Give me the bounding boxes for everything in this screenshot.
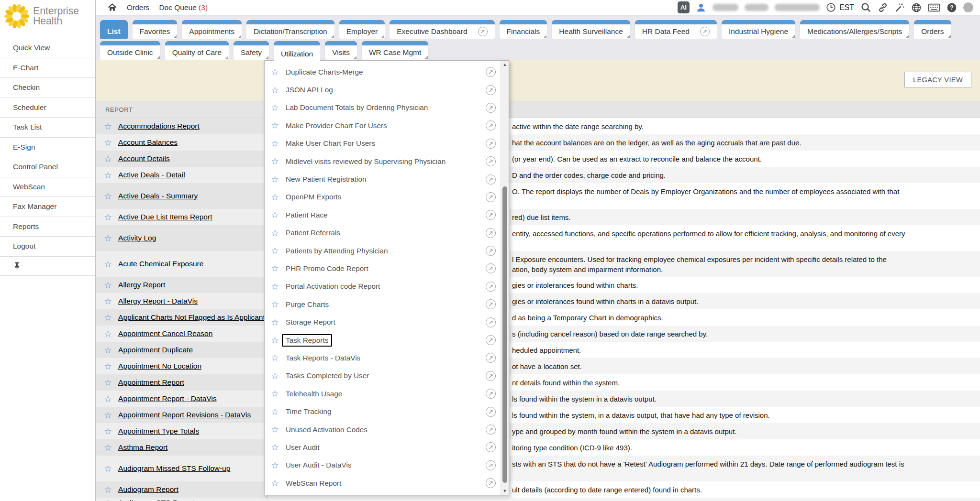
home-icon[interactable]	[107, 3, 117, 12]
report-link[interactable]: Account Details	[118, 154, 170, 163]
favorite-star-icon[interactable]: ☆	[104, 192, 112, 201]
keyboard-icon[interactable]	[928, 3, 940, 12]
tab-list[interactable]: List	[100, 20, 128, 39]
favorite-star-icon[interactable]: ☆	[271, 210, 279, 219]
sidebar-item-quick-view[interactable]: Quick View	[0, 38, 95, 58]
tab-dictation-transcription[interactable]: Dictation/Transcription	[246, 20, 334, 39]
favorite-star-icon[interactable]: ☆	[271, 300, 279, 309]
help-icon[interactable]: ?	[947, 2, 957, 13]
dropdown-item-task-reports-datavis[interactable]: ☆Task Reports - DataVis↗	[265, 349, 509, 367]
tab-employer[interactable]: Employer	[339, 20, 385, 39]
open-in-new-window[interactable]: ↗	[486, 67, 496, 77]
favorite-star-icon[interactable]: ☆	[271, 425, 279, 434]
dropdown-item-patient-referrals[interactable]: ☆Patient Referrals↗	[265, 224, 509, 242]
tab-outside-clinic[interactable]: Outside Clinic	[100, 41, 160, 60]
report-link[interactable]: Accommodations Report	[118, 122, 200, 131]
dropdown-item-patients-by-attending-physician[interactable]: ☆Patients by Attending Physician↗	[265, 242, 509, 260]
favorite-star-icon[interactable]: ☆	[271, 282, 279, 291]
favorite-star-icon[interactable]: ☆	[271, 175, 279, 184]
sidebar-item-task-list[interactable]: Task List	[0, 117, 95, 137]
report-link[interactable]: Allergy Report - DataVis	[118, 297, 198, 305]
legacy-view-button[interactable]: LEGACY VIEW	[904, 72, 971, 88]
favorite-star-icon[interactable]: ☆	[271, 389, 279, 398]
dropdown-item-user-audit-datavis[interactable]: ☆User Audit - DataVis↗	[265, 457, 509, 474]
report-link[interactable]: Account Balances	[118, 138, 178, 147]
favorite-star-icon[interactable]: ☆	[104, 499, 112, 501]
open-in-new-window[interactable]: ↗	[486, 85, 496, 95]
favorite-star-icon[interactable]: ☆	[104, 485, 112, 494]
sidebar-item-checkin[interactable]: Checkin	[0, 77, 95, 98]
sidebar-item-pin[interactable]	[0, 256, 95, 276]
favorite-star-icon[interactable]: ☆	[271, 353, 279, 362]
doc-queue-link[interactable]: Doc Queue (3)	[159, 3, 208, 12]
favorite-star-icon[interactable]: ☆	[271, 103, 279, 112]
clock-icon[interactable]	[826, 2, 836, 12]
favorite-star-icon[interactable]: ☆	[104, 362, 112, 371]
favorite-star-icon[interactable]: ☆	[271, 443, 279, 452]
favorite-star-icon[interactable]: ☆	[104, 234, 112, 243]
favorite-star-icon[interactable]: ☆	[271, 229, 279, 238]
report-link[interactable]: Active Due List Items Report	[118, 213, 212, 221]
report-link[interactable]: Appointment Report Revisions - DataVis	[118, 411, 251, 419]
open-in-new-window[interactable]: ↗	[486, 120, 496, 131]
dropdown-item-telehealth-usage[interactable]: ☆Telehealth Usage↗	[265, 385, 509, 403]
favorite-star-icon[interactable]: ☆	[104, 281, 112, 290]
tab-quality-of-care[interactable]: Quality of Care	[165, 41, 229, 60]
tab-safety[interactable]: Safety	[234, 41, 269, 60]
sidebar-item-webscan[interactable]: WebScan	[0, 177, 95, 197]
open-in-new-window[interactable]: ↗	[486, 389, 496, 399]
favorite-star-icon[interactable]: ☆	[104, 138, 112, 147]
open-in-new-window[interactable]: ↗	[486, 139, 496, 149]
favorite-star-icon[interactable]: ☆	[104, 427, 112, 436]
report-link[interactable]: Appointment Type Totals	[118, 427, 199, 436]
favorite-star-icon[interactable]: ☆	[104, 378, 112, 387]
report-link[interactable]: Appointment Duplicate	[118, 346, 193, 354]
favorite-star-icon[interactable]: ☆	[104, 313, 112, 322]
tab-financials[interactable]: Financials	[500, 20, 547, 39]
sidebar-item-scheduler[interactable]: Scheduler	[0, 98, 95, 118]
favorite-star-icon[interactable]: ☆	[104, 411, 112, 420]
wand-icon[interactable]	[894, 2, 905, 13]
open-in-new-window[interactable]: ↗	[486, 317, 496, 327]
report-link[interactable]: Appointment Report - DataVis	[118, 394, 217, 403]
report-link[interactable]: Activity Log	[118, 234, 156, 242]
external-link[interactable]: ↗	[695, 24, 710, 39]
favorite-star-icon[interactable]: ☆	[271, 371, 279, 381]
dropdown-item-make-provider-chart-for-users[interactable]: ☆Make Provider Chart For Users↗	[265, 117, 509, 134]
enterprise-health-logo[interactable]: Enterprise Health	[0, 0, 95, 32]
scroll-up-icon[interactable]: ▲	[501, 61, 509, 68]
favorite-star-icon[interactable]: ☆	[104, 260, 112, 269]
dropdown-item-make-user-chart-for-users[interactable]: ☆Make User Chart For Users↗	[265, 135, 509, 152]
dropdown-item-portal-activation-code-report[interactable]: ☆Portal Activation code Report↗	[265, 278, 509, 295]
favorite-star-icon[interactable]: ☆	[104, 213, 112, 222]
dropdown-item-new-patient-registration[interactable]: ☆New Patient Registration↗	[265, 170, 509, 188]
sidebar-item-control-panel[interactable]: Control Panel	[0, 157, 95, 177]
external-link[interactable]: ↗	[473, 24, 488, 39]
orders-link[interactable]: Orders	[127, 3, 149, 12]
report-link[interactable]: Appointment Report	[118, 378, 184, 387]
favorite-star-icon[interactable]: ☆	[104, 154, 112, 163]
sidebar-item-fax-manager[interactable]: Fax Manager	[0, 196, 95, 217]
open-in-new-window[interactable]: ↗	[486, 299, 496, 309]
dropdown-item-openpm-exports[interactable]: ☆OpenPM Exports↗	[265, 188, 509, 206]
open-in-new-window[interactable]: ↗	[486, 263, 496, 273]
report-link[interactable]: Active Deals - Detail	[118, 171, 185, 179]
favorite-star-icon[interactable]: ☆	[104, 346, 112, 355]
sidebar-item-e-sign[interactable]: E-Sign	[0, 137, 95, 157]
sidebar-item-e-chart[interactable]: E-Chart	[0, 58, 95, 78]
dropdown-item-purge-charts[interactable]: ☆Purge Charts↗	[265, 295, 509, 313]
favorite-star-icon[interactable]: ☆	[271, 121, 279, 130]
favorite-star-icon[interactable]: ☆	[104, 464, 112, 473]
report-link[interactable]: Acute Chemical Exposure	[118, 260, 203, 268]
report-link[interactable]: Active Deals - Summary	[118, 192, 198, 200]
open-in-new-window[interactable]: ↗	[486, 371, 496, 381]
favorite-star-icon[interactable]: ☆	[271, 86, 279, 95]
open-in-new-window[interactable]: ↗	[486, 353, 496, 363]
sidebar-item-reports[interactable]: Reports	[0, 217, 95, 237]
favorite-star-icon[interactable]: ☆	[271, 139, 279, 148]
tab-health-surveillance[interactable]: Health Surveillance	[552, 20, 630, 39]
favorite-star-icon[interactable]: ☆	[104, 122, 112, 131]
tab-medications-allergies-scripts[interactable]: Medications/Allergies/Scripts	[800, 20, 909, 39]
ai-assistant-badge[interactable]: AI	[678, 1, 690, 13]
report-link[interactable]: Appointment No Location	[118, 362, 201, 370]
